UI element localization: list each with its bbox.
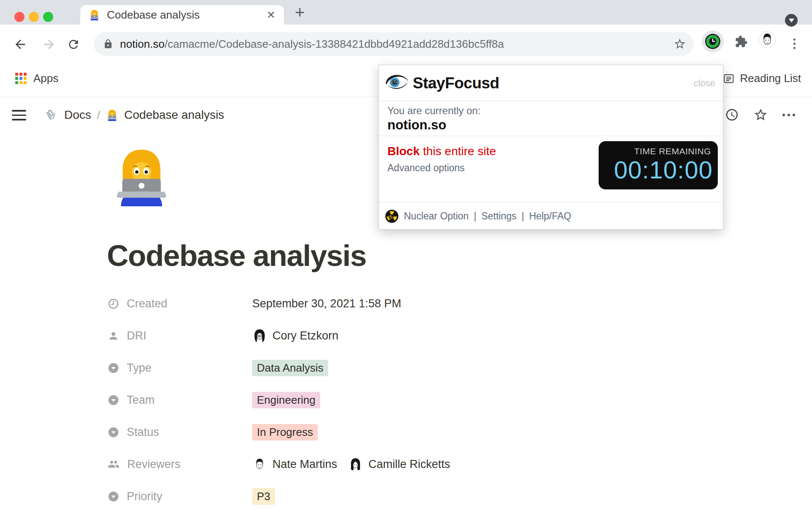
properties-table: Created September 30, 2021 1:58 PM DRI bbox=[108, 287, 615, 509]
tag-data-analysis[interactable]: Data Analysis bbox=[252, 360, 328, 376]
updates-clock-icon[interactable] bbox=[725, 108, 739, 122]
url-text[interactable]: notion.so/camacme/Codebase-analysis-1338… bbox=[120, 38, 504, 51]
property-label: Created bbox=[127, 297, 167, 310]
page-emoji-woman-technologist[interactable] bbox=[111, 146, 172, 208]
popup-close-link[interactable]: close bbox=[694, 78, 715, 89]
stayfocusd-clock-icon bbox=[705, 33, 721, 49]
page-title[interactable]: Codebase analysis bbox=[107, 238, 366, 273]
people-icon bbox=[108, 458, 120, 470]
property-value-type[interactable]: Data Analysis bbox=[252, 360, 328, 376]
back-icon[interactable] bbox=[13, 37, 27, 52]
person-name: Cory Etzkorn bbox=[272, 329, 338, 342]
property-value-status[interactable]: In Progress bbox=[252, 424, 318, 441]
tab-search-button[interactable] bbox=[785, 14, 798, 27]
browser-menu-icon[interactable] bbox=[793, 38, 796, 49]
property-row-status: Status In Progress bbox=[108, 416, 615, 448]
breadcrumb-separator: / bbox=[97, 109, 100, 122]
property-status[interactable]: Status bbox=[108, 426, 252, 439]
apps-grid-icon[interactable] bbox=[15, 73, 27, 84]
tab-strip: Codebase analysis ✕ + bbox=[0, 0, 812, 25]
bookmark-star-icon[interactable] bbox=[673, 38, 686, 50]
page-more-menu-icon[interactable] bbox=[782, 114, 795, 116]
created-date: September 30, 2021 1:58 PM bbox=[252, 297, 401, 310]
zoom-window-button[interactable] bbox=[43, 12, 53, 22]
popup-divider bbox=[379, 136, 723, 136]
forward-icon[interactable] bbox=[42, 37, 56, 52]
settings-link[interactable]: Settings bbox=[481, 211, 516, 222]
person-chip[interactable]: Cory Etzkorn bbox=[252, 328, 338, 343]
block-word[interactable]: Block bbox=[387, 145, 420, 158]
nuclear-option-icon bbox=[385, 209, 399, 223]
person-name: Camille Ricketts bbox=[368, 458, 450, 471]
stayfocusd-extension-button[interactable] bbox=[702, 30, 724, 52]
page-emoji-small-icon bbox=[106, 109, 118, 121]
browser-toolbar: notion.so/camacme/Codebase-analysis-1338… bbox=[0, 25, 812, 63]
property-dri[interactable]: DRI bbox=[108, 329, 252, 342]
block-rest[interactable]: this entire site bbox=[423, 145, 496, 158]
property-row-created: Created September 30, 2021 1:58 PM bbox=[108, 287, 615, 320]
reading-list-label: Reading List bbox=[740, 72, 801, 85]
property-value-reviewers[interactable]: Nate Martins Camille Ricketts bbox=[252, 457, 450, 472]
lock-icon[interactable] bbox=[103, 39, 113, 49]
notion-topbar-actions bbox=[725, 107, 795, 122]
browser-profile-avatar[interactable] bbox=[759, 31, 776, 48]
apps-bookmark[interactable]: Apps bbox=[33, 72, 58, 85]
stayfocusd-eye-logo-icon bbox=[385, 73, 409, 90]
sidebar-menu-icon[interactable] bbox=[12, 110, 26, 120]
browser-window: Codebase analysis ✕ + notion.so/camacme/… bbox=[0, 0, 812, 509]
property-type[interactable]: Type bbox=[108, 361, 252, 375]
reading-list-button[interactable]: Reading List bbox=[723, 72, 801, 85]
footer-separator: | bbox=[522, 211, 524, 222]
clock-icon bbox=[108, 298, 119, 309]
window-controls bbox=[14, 12, 53, 22]
currently-on-label: You are currently on: bbox=[387, 105, 481, 117]
browser-tab[interactable]: Codebase analysis ✕ bbox=[80, 5, 284, 25]
property-team[interactable]: Team bbox=[108, 394, 252, 407]
property-value-created[interactable]: September 30, 2021 1:58 PM bbox=[252, 297, 401, 310]
extensions-puzzle-icon[interactable] bbox=[735, 35, 748, 48]
property-created[interactable]: Created bbox=[108, 297, 252, 310]
tag-p3[interactable]: P3 bbox=[252, 488, 275, 505]
tag-in-progress[interactable]: In Progress bbox=[252, 424, 318, 441]
property-value-priority[interactable]: P3 bbox=[252, 488, 275, 505]
block-site-link[interactable]: Blockthis entire site bbox=[387, 145, 496, 158]
minimize-window-button[interactable] bbox=[29, 12, 39, 22]
property-label: DRI bbox=[127, 329, 147, 342]
address-bar[interactable]: notion.so/camacme/Codebase-analysis-1338… bbox=[94, 32, 694, 56]
reading-list-icon bbox=[723, 73, 735, 85]
property-priority[interactable]: Priority bbox=[108, 490, 252, 503]
tab-close-icon[interactable]: ✕ bbox=[267, 9, 275, 21]
chevron-down-icon bbox=[789, 19, 794, 22]
favorite-star-icon[interactable] bbox=[753, 107, 768, 122]
popup-divider bbox=[379, 101, 723, 101]
help-faq-link[interactable]: Help/FAQ bbox=[529, 211, 572, 222]
docs-paperclip-icon[interactable] bbox=[43, 107, 58, 123]
nuclear-option-link[interactable]: Nuclear Option bbox=[404, 211, 469, 222]
timer-box: TIME REMAINING 00:10:00 bbox=[599, 141, 718, 189]
property-value-dri[interactable]: Cory Etzkorn bbox=[252, 328, 338, 343]
tab-title: Codebase analysis bbox=[107, 8, 267, 22]
property-label: Team bbox=[127, 394, 155, 407]
new-tab-button[interactable]: + bbox=[295, 2, 305, 23]
breadcrumb-workspace[interactable]: Docs bbox=[64, 108, 91, 122]
property-value-team[interactable]: Engineering bbox=[252, 392, 320, 408]
avatar-nate-martins bbox=[252, 457, 267, 472]
person-chip[interactable]: Camille Ricketts bbox=[348, 457, 450, 472]
person-chip[interactable]: Nate Martins bbox=[252, 457, 337, 472]
profile-face-icon bbox=[759, 32, 775, 48]
property-row-type: Type Data Analysis bbox=[108, 352, 615, 384]
tab-favicon-woman-technologist-icon bbox=[89, 9, 100, 21]
select-icon bbox=[108, 362, 119, 374]
tag-engineering[interactable]: Engineering bbox=[252, 392, 320, 408]
person-name: Nate Martins bbox=[272, 458, 337, 471]
time-remaining-label: TIME REMAINING bbox=[634, 146, 711, 156]
close-window-button[interactable] bbox=[14, 12, 25, 22]
reload-icon[interactable] bbox=[67, 38, 80, 51]
property-row-priority: Priority P3 bbox=[108, 480, 615, 509]
advanced-options-link[interactable]: Advanced options bbox=[387, 162, 465, 174]
select-icon bbox=[108, 491, 119, 502]
property-reviewers[interactable]: Reviewers bbox=[108, 458, 252, 471]
property-label: Status bbox=[127, 426, 159, 439]
breadcrumb-page[interactable]: Codebase analysis bbox=[124, 108, 224, 122]
current-site: notion.so bbox=[387, 118, 446, 133]
